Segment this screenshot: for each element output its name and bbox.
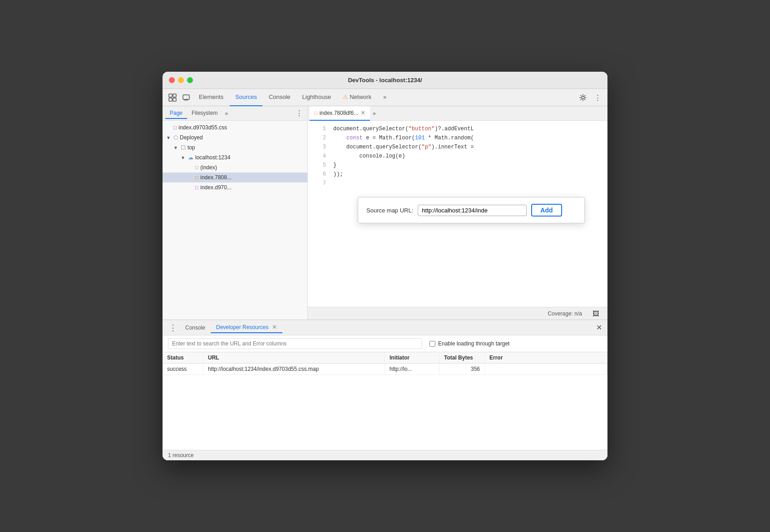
col-error: Error (485, 352, 607, 363)
editor-tab-more[interactable]: » (370, 108, 379, 118)
minimize-button[interactable] (178, 77, 184, 83)
tab-console[interactable]: Console (263, 89, 296, 106)
close-button[interactable] (169, 77, 175, 83)
tab-page[interactable]: Page (165, 108, 187, 119)
screenshot-icon[interactable]: 🖼 (589, 307, 602, 320)
code-line-3: 3 document.querySelector("p").innerText … (308, 143, 607, 152)
table-row[interactable]: success http://localhost:1234/index.d970… (163, 364, 607, 375)
editor-tab-close[interactable]: ✕ (360, 109, 365, 116)
tree-item-css2[interactable]: □ index.d970... (163, 182, 307, 192)
svg-rect-4 (183, 95, 189, 99)
right-panel: □ index.7808df6... ✕ » 1 document.queryS… (308, 106, 607, 320)
svg-rect-0 (169, 94, 172, 97)
warning-icon: ⚠ (343, 94, 348, 100)
add-source-map-button[interactable]: Add (531, 204, 562, 217)
tab-elements[interactable]: Elements (193, 89, 229, 106)
tab-filesystem[interactable]: Filesystem (187, 108, 222, 119)
tab-lighthouse[interactable]: Lighthouse (297, 89, 337, 106)
tree-item-index[interactable]: □ (index) (163, 163, 307, 172)
code-line-6: 6 )); (308, 170, 607, 179)
cell-url: http://localhost:1234/index.d9703d55.css… (203, 364, 385, 374)
coverage-label: Coverage: n/a (548, 310, 582, 317)
line-num: 6 (313, 170, 326, 179)
line-num: 1 (313, 124, 326, 133)
svg-point-6 (582, 96, 584, 99)
bottom-panel-close[interactable]: ✕ (594, 323, 604, 332)
js-tab-icon: □ (314, 110, 317, 116)
frame-icon: ☐ (181, 144, 186, 151)
cell-bytes: 356 (439, 364, 485, 374)
code-line-4: 4 console.log(e) (308, 152, 607, 161)
window-controls (169, 77, 193, 83)
tab-console-bottom[interactable]: Console (180, 323, 211, 333)
status-bar: Coverage: n/a 🖼 (308, 307, 607, 320)
enable-loading-area: Enable loading through target (429, 340, 509, 347)
dev-resources-close[interactable]: ✕ (272, 324, 277, 330)
tab-network[interactable]: ⚠ Network (337, 89, 377, 106)
bottom-panel: ⋮ Console Developer Resources ✕ ✕ Enable… (163, 320, 607, 460)
line-num: 7 (313, 179, 326, 188)
tree-item-label: Deployed (180, 134, 203, 141)
col-bytes: Total Bytes (439, 352, 485, 363)
table-header: Status URL Initiator Total Bytes Error (163, 352, 607, 364)
enable-loading-checkbox[interactable] (429, 341, 435, 347)
search-bar: Enable loading through target (163, 335, 607, 352)
col-status: Status (163, 352, 203, 363)
tab-developer-resources[interactable]: Developer Resources ✕ (211, 322, 282, 333)
tab-more[interactable]: » (378, 89, 392, 106)
tree-item-label: top (188, 144, 195, 151)
tree-item-js1[interactable]: □ index.7808... (163, 172, 307, 182)
tree-item-label: index.d9703d55.css (178, 124, 227, 131)
left-panel-tabs: Page Filesystem » ⋮ (163, 106, 307, 121)
bottom-tabs: ⋮ Console Developer Resources ✕ ✕ (163, 320, 607, 335)
svg-rect-1 (173, 94, 176, 97)
source-map-overlay: Source map URL: Add (358, 197, 585, 223)
tree-item-label: localhost:1234 (195, 154, 230, 161)
resource-count: 1 resource (168, 452, 194, 458)
bottom-footer: 1 resource (163, 450, 607, 460)
main-area: Page Filesystem » ⋮ □ index.d9703d55.css (163, 106, 607, 320)
panel-actions: ⋮ (294, 108, 305, 119)
code-line-5: 5 } (308, 161, 607, 170)
panel-kebab[interactable]: ⋮ (294, 108, 305, 119)
search-input[interactable] (168, 338, 422, 349)
resources-table: Status URL Initiator Total Bytes Error s… (163, 352, 607, 450)
file-tree: □ index.d9703d55.css ▼ ⬡ Deployed ▼ ☐ to… (163, 121, 307, 320)
col-url: URL (203, 352, 385, 363)
line-num: 3 (313, 143, 326, 152)
tab-sources[interactable]: Sources (230, 89, 262, 106)
source-map-input[interactable] (418, 205, 527, 216)
editor-tab-main[interactable]: □ index.7808df6... ✕ (310, 106, 370, 121)
source-map-label: Source map URL: (366, 207, 413, 214)
maximize-button[interactable] (187, 77, 193, 83)
tabs-right: ⋮ (577, 91, 604, 104)
line-num: 4 (313, 152, 326, 161)
code-line-2: 2 const e = Math.floor(101 * Math.random… (308, 133, 607, 143)
nav-tabs: Elements Sources Console Lighthouse ⚠ Ne… (163, 89, 607, 106)
bottom-tab-more[interactable]: ⋮ (166, 323, 180, 333)
left-panel: Page Filesystem » ⋮ □ index.d9703d55.css (163, 106, 308, 320)
window-title: DevTools - localhost:1234/ (348, 77, 422, 84)
line-num: 5 (313, 161, 326, 170)
editor-tabs: □ index.7808df6... ✕ » (308, 106, 607, 121)
left-panel-more[interactable]: » (222, 108, 231, 118)
device-icon[interactable] (180, 91, 192, 104)
enable-loading-label: Enable loading through target (438, 340, 509, 347)
tree-item-localhost[interactable]: ▼ ☁ localhost:1234 (163, 153, 307, 163)
tree-item-label: (index) (200, 164, 217, 171)
editor-tab-label: index.7808df6... (320, 110, 358, 116)
code-line-1: 1 document.querySelector("button")?.addE… (308, 124, 607, 133)
kebab-menu[interactable]: ⋮ (591, 91, 604, 104)
settings-button[interactable] (577, 91, 589, 104)
tree-item-label: index.d970... (200, 184, 232, 191)
svg-rect-3 (173, 98, 176, 101)
tree-arrow: ▼ (181, 155, 188, 160)
tree-arrow: ▼ (173, 145, 181, 150)
tree-item-css1[interactable]: □ index.d9703d55.css (163, 123, 307, 133)
html-file-icon: □ (195, 164, 198, 171)
css-file-icon: □ (173, 124, 177, 131)
tree-item-top[interactable]: ▼ ☐ top (163, 143, 307, 153)
tree-item-deployed[interactable]: ▼ ⬡ Deployed (163, 133, 307, 143)
cell-error (485, 364, 607, 374)
inspect-icon[interactable] (166, 91, 179, 104)
